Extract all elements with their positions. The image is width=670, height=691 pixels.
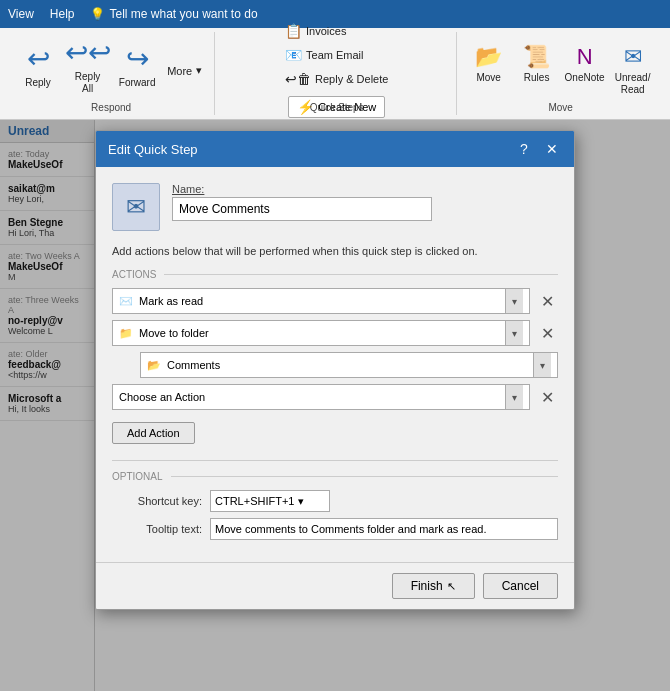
tooltip-label: Tooltip text: [112, 523, 202, 535]
actions-section-label: Actions [112, 269, 558, 280]
action-row-1: ✉️ Mark as read ▾ ✕ [112, 288, 558, 314]
action-3-chevron[interactable]: ▾ [505, 385, 523, 409]
action-1-delete-button[interactable]: ✕ [536, 290, 558, 312]
forward-button[interactable]: ↪ Forward [115, 38, 159, 93]
tooltip-input[interactable] [210, 518, 558, 540]
folder-icon: 📂 [147, 359, 161, 372]
more-button[interactable]: More ▾ [163, 62, 206, 79]
dialog-envelope-icon: ✉ [112, 183, 160, 231]
folder-select-row: 📂 Comments ▾ [140, 352, 558, 378]
qs-item-team-email[interactable]: 📧 Team Email [278, 44, 395, 66]
shortcut-key-label: Shortcut key: [112, 495, 202, 507]
more-label: More [167, 65, 192, 77]
shortcut-key-row: Shortcut key: CTRL+SHIFT+1 ▾ [112, 490, 558, 512]
action-3-delete-button[interactable]: ✕ [536, 386, 558, 408]
action-row-3: Choose an Action ▾ ✕ [112, 384, 558, 410]
action-3-select[interactable]: Choose an Action ▾ [112, 384, 530, 410]
dialog-footer: Finish ↖ Cancel [96, 562, 574, 609]
move-to-folder-icon: 📁 [119, 327, 133, 340]
invoices-icon: 📋 [285, 23, 302, 39]
mark-as-read-icon: ✉️ [119, 295, 133, 308]
name-label: Name: [172, 183, 432, 195]
forward-icon: ↪ [126, 42, 149, 75]
dialog-titlebar: Edit Quick Step ? ✕ [96, 131, 574, 167]
edit-quick-step-dialog: Edit Quick Step ? ✕ ✉ Name: Add actio [95, 130, 575, 610]
ribbon-body: ↩ Reply ↩↩ Reply All ↪ Forward More ▾ Re… [0, 28, 670, 120]
rules-button[interactable]: 📜 Rules [515, 40, 559, 88]
action-1-select[interactable]: ✉️ Mark as read ▾ [112, 288, 530, 314]
move-group: 📂 Move 📜 Rules N OneNote ✉ Unread/ Read … [459, 32, 662, 115]
ribbon: View Help 💡 Tell me what you want to do … [0, 0, 670, 120]
move-icon: 📂 [475, 44, 502, 70]
team-email-icon: 📧 [285, 47, 302, 63]
cursor-icon: ↖ [447, 580, 456, 593]
cancel-button[interactable]: Cancel [483, 573, 558, 599]
content-area: Unread ate: Today MakeUseOf saikat@m Hey… [0, 120, 670, 691]
reply-icon: ↩ [27, 42, 50, 75]
dialog-title: Edit Quick Step [108, 142, 198, 157]
onenote-icon: N [577, 44, 593, 70]
shortcut-key-select[interactable]: CTRL+SHIFT+1 ▾ [210, 490, 330, 512]
dialog-body: ✉ Name: Add actions below that will be p… [96, 167, 574, 562]
dialog-titlebar-buttons: ? ✕ [514, 139, 562, 159]
dialog-close-button[interactable]: ✕ [542, 139, 562, 159]
more-chevron-icon: ▾ [196, 64, 202, 77]
action-row-2: 📁 Move to folder ▾ ✕ [112, 320, 558, 346]
unread-icon: ✉ [624, 44, 642, 70]
folder-select[interactable]: 📂 Comments ▾ [140, 352, 558, 378]
move-button[interactable]: 📂 Move [467, 40, 511, 88]
dialog-name-section: Name: [172, 183, 432, 221]
move-group-label: Move [459, 102, 662, 113]
quick-steps-list: 📋 Invoices 📧 Team Email ↩🗑 Reply & Delet… [278, 20, 395, 90]
finish-button[interactable]: Finish ↖ [392, 573, 475, 599]
qs-item-reply-delete[interactable]: ↩🗑 Reply & Delete [278, 68, 395, 90]
reply-delete-icon: ↩🗑 [285, 71, 311, 87]
optional-section: Optional Shortcut key: CTRL+SHIFT+1 ▾ To… [112, 460, 558, 540]
tell-me-bar[interactable]: 💡 Tell me what you want to do [90, 7, 257, 21]
shortcut-chevron-icon: ▾ [298, 495, 304, 508]
dialog-description: Add actions below that will be performed… [112, 245, 558, 257]
reply-all-button[interactable]: ↩↩ Reply All [64, 32, 111, 99]
respond-group-label: Respond [8, 102, 214, 113]
tooltip-row: Tooltip text: [112, 518, 558, 540]
lightbulb-icon: 💡 [90, 7, 105, 21]
rules-icon: 📜 [523, 44, 550, 70]
folder-chevron[interactable]: ▾ [533, 353, 551, 377]
add-action-button[interactable]: Add Action [112, 422, 195, 444]
quick-steps-group: 📋 Invoices 📧 Team Email ↩🗑 Reply & Delet… [217, 32, 457, 115]
name-input[interactable] [172, 197, 432, 221]
action-1-chevron[interactable]: ▾ [505, 289, 523, 313]
dialog-name-row: ✉ Name: [112, 183, 558, 231]
unread-read-button[interactable]: ✉ Unread/ Read [611, 40, 655, 100]
qs-item-invoices[interactable]: 📋 Invoices [278, 20, 395, 42]
dialog-help-button[interactable]: ? [514, 139, 534, 159]
action-2-chevron[interactable]: ▾ [505, 321, 523, 345]
action-2-delete-button[interactable]: ✕ [536, 322, 558, 344]
action-2-select[interactable]: 📁 Move to folder ▾ [112, 320, 530, 346]
optional-label: Optional [112, 471, 558, 482]
dialog-overlay: Edit Quick Step ? ✕ ✉ Name: Add actio [0, 120, 670, 691]
menu-help[interactable]: Help [50, 7, 75, 21]
reply-all-icon: ↩↩ [65, 36, 111, 69]
quick-steps-group-label: Quick Steps [217, 102, 456, 113]
respond-group: ↩ Reply ↩↩ Reply All ↪ Forward More ▾ Re… [8, 32, 215, 115]
onenote-button[interactable]: N OneNote [563, 40, 607, 88]
menu-view[interactable]: View [8, 7, 34, 21]
reply-button[interactable]: ↩ Reply [16, 38, 60, 93]
